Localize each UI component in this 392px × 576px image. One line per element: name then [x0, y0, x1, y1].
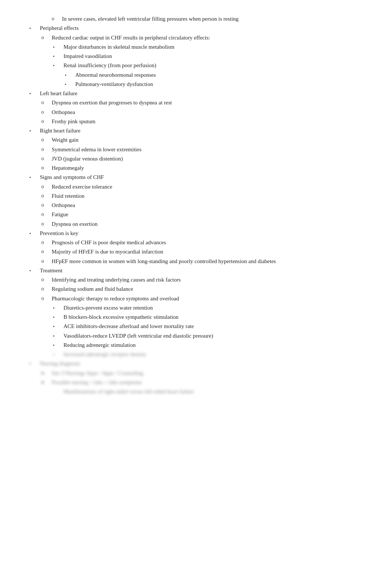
treat-c2-c1: ▪ B blockers-block excessive sympathetic… [53, 313, 370, 321]
rhf-children: o Weight gain o Symmetrical edema in low… [41, 136, 370, 172]
treat-child-1: o Regulating sodium and fluid balance [41, 285, 370, 293]
l4-text: Pulmonary-ventilatory dysfunction [75, 80, 370, 89]
l3-bullet: ▪ [53, 44, 63, 50]
l3-t: Vasodilators-reduce LVEDP (left ventricu… [63, 332, 370, 340]
blurred-c1-text: Possible nursing + labs + labs symptoms [52, 378, 370, 387]
ss-label: Signs and symptoms of CHF [40, 173, 370, 182]
ss-c0-bullet: o [41, 183, 52, 191]
treat-c1-bullet: o [41, 285, 52, 293]
rhf-c3-text: Hepatomegaly [52, 164, 370, 172]
treat-c2-text: Pharmacologic therapy to reduce symptoms… [52, 294, 370, 303]
prev-c0-text: Prognosis of CHF is poor despite medical… [52, 238, 370, 247]
section-right-heart-failure: ▪ Right heart failure o Weight gain o Sy… [30, 127, 370, 172]
blurred-c1-bullet: o [41, 378, 52, 386]
peripheral-child-0: o Reduced cardiac output in CHF results … [41, 34, 370, 89]
treat-label: Treatment [40, 266, 370, 275]
peripheral-bullet: ▪ [30, 25, 40, 31]
lhf-c2-text: Frothy pink sputum [52, 117, 370, 126]
treat-c1-text: Regulating sodium and fluid balance [52, 285, 370, 293]
peripheral-c0-c0: ▪ Major disturbances in skeletal muscle … [53, 43, 370, 51]
prev-c2-text: HFpEF more common in women with long-sta… [52, 257, 370, 266]
prev-c0-bullet: o [41, 238, 52, 246]
peripheral-c0-c2: ▪ Renal insufficiency (from poor perfusi… [53, 61, 370, 89]
blurred-child-0: o See 3 Nursings Apps / Apps / Counselin… [41, 369, 370, 377]
lhf-c1-bullet: o [41, 108, 52, 116]
blurred-continuation: Manifestations of right-sided versus lef… [63, 387, 370, 396]
l4-bullet: ▪ [65, 81, 75, 87]
ss-child-4: o Dyspnea on exertion [41, 220, 370, 228]
ss-child-3: o Fatigue [41, 210, 370, 219]
treat-c2-children: ▪ Diuretics-prevent excess water retenti… [53, 304, 370, 359]
ss-child-2: o Orthopnea [41, 201, 370, 210]
lhf-child-0: o Dyspnea on exertion that progresses to… [41, 99, 370, 107]
peripheral-c0-text: Reduced cardiac output in CHF results in… [52, 34, 370, 42]
prev-c1-bullet: o [41, 248, 52, 256]
l3-text: Impaired vasodilation [63, 52, 370, 61]
l4-bullet: ▪ [65, 72, 75, 78]
l3-t-blurred: Increased adrenergic receptor density [63, 350, 370, 359]
treat-c2-c5-blurred: ▪ Increased adrenergic receptor density [53, 350, 370, 359]
section-treatment: ▪ Treatment o Identifying and treating u… [30, 266, 370, 359]
ss-child-1: o Fluid retention [41, 192, 370, 200]
l3-children: ▪ Abnormal neurohormonal responses ▪ Pul… [65, 71, 370, 89]
rhf-child-3: o Hepatomegaly [41, 164, 370, 172]
ss-bullet: ▪ [30, 174, 40, 180]
lhf-c1-text: Orthopnea [52, 108, 370, 117]
l3-text: Renal insufficiency (from poor perfusion… [63, 61, 370, 70]
rhf-bullet: ▪ [30, 128, 40, 134]
rhf-c2-text: JVD (jugular venous distention) [52, 155, 370, 163]
rhf-c2-bullet: o [41, 155, 52, 163]
lhf-label: Left heart failure [40, 89, 370, 98]
treat-c2-bullet: o [41, 294, 52, 303]
peripheral-label: Peripheral effects [40, 24, 370, 32]
l3-bullet: ▪ [53, 53, 63, 59]
treat-children: o Identifying and treating underlying ca… [41, 276, 370, 359]
treat-c2-c4: ▪ Reducing adrenergic stimulation [53, 341, 370, 349]
l4-text: Abnormal neurohormonal responses [75, 71, 370, 79]
peripheral-c0-children: ▪ Major disturbances in skeletal muscle … [53, 43, 370, 89]
lhf-child-1: o Orthopnea [41, 108, 370, 117]
ss-c2-bullet: o [41, 201, 52, 209]
prev-c2-bullet: o [41, 257, 52, 265]
l3-t: Reducing adrenergic stimulation [63, 341, 370, 349]
rhf-c0-bullet: o [41, 136, 52, 144]
section-left-heart-failure: ▪ Left heart failure o Dyspnea on exerti… [30, 89, 370, 126]
treat-child-0: o Identifying and treating underlying ca… [41, 276, 370, 284]
l4-item-0: ▪ Abnormal neurohormonal responses [65, 71, 370, 79]
peripheral-c0-c1: ▪ Impaired vasodilation [53, 52, 370, 61]
treat-c0-text: Identifying and treating underlying caus… [52, 276, 370, 284]
prev-child-1: o Majority of HFrEF is due to myocardial… [41, 248, 370, 256]
treat-c2-c0: ▪ Diuretics-prevent excess water retenti… [53, 304, 370, 312]
prev-bullet: ▪ [30, 230, 40, 237]
intro-item: o In severe cases, elevated left ventric… [30, 15, 370, 23]
treat-c2-c2: ▪ ACE inhibitors-decrease afterload and … [53, 322, 370, 331]
blurred-child-1: o Possible nursing + labs + labs symptom… [41, 378, 370, 396]
l3-bullet: ▪ [53, 62, 63, 69]
blurred-c0-text: See 3 Nursings Apps / Apps / Counseling [52, 369, 370, 377]
lhf-child-2: o Frothy pink sputum [41, 117, 370, 126]
intro-text: In severe cases, elevated left ventricul… [62, 15, 370, 23]
rhf-label: Right heart failure [40, 127, 370, 135]
rhf-c1-text: Symmetrical edema in lower extremities [52, 145, 370, 154]
rhf-c1-bullet: o [41, 145, 52, 154]
ss-c3-text: Fatigue [52, 210, 370, 219]
treat-c2-c3: ▪ Vasodilators-reduce LVEDP (left ventri… [53, 332, 370, 340]
ss-c1-bullet: o [41, 192, 52, 200]
lhf-c0-text: Dyspnea on exertion that progresses to d… [52, 99, 370, 107]
ss-c2-text: Orthopnea [52, 201, 370, 210]
l3-b-blurred: ▪ [53, 351, 63, 358]
rhf-c3-bullet: o [41, 164, 52, 172]
ss-c4-text: Dyspnea on exertion [52, 220, 370, 228]
lhf-c2-bullet: o [41, 117, 52, 125]
ss-children: o Reduced exercise tolerance o Fluid ret… [41, 183, 370, 228]
l3-b: ▪ [53, 314, 63, 320]
treat-c0-bullet: o [41, 276, 52, 284]
prev-child-2: o HFpEF more common in women with long-s… [41, 257, 370, 266]
treat-child-2: o Pharmacologic therapy to reduce sympto… [41, 294, 370, 359]
l3-t: B blockers-block excessive sympathetic s… [63, 313, 370, 321]
main-outline: o In severe cases, elevated left ventric… [30, 15, 370, 396]
prev-label: Prevention is key [40, 229, 370, 238]
blurred-bullet: ▪ [30, 361, 40, 367]
blurred-label: Nursing diagnosis [40, 359, 370, 368]
lhf-children: o Dyspnea on exertion that progresses to… [41, 99, 370, 126]
